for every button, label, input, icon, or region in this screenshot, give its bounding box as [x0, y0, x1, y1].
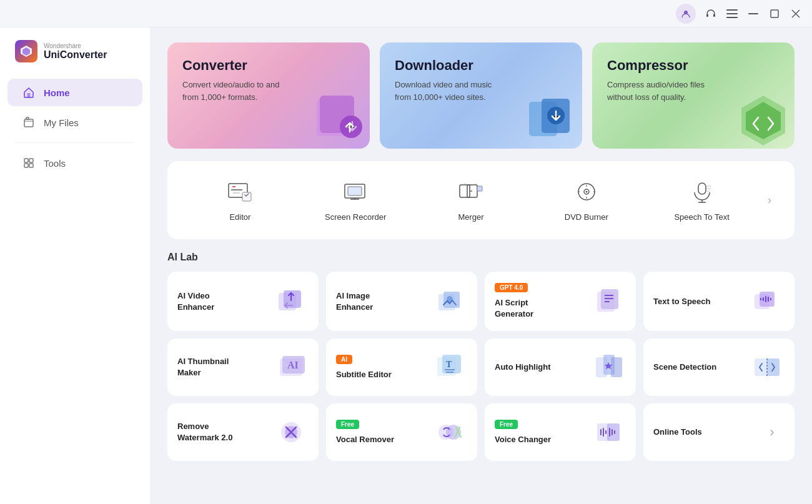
- svg-rect-70: [767, 358, 780, 376]
- text-to-speech-icon: [750, 284, 785, 319]
- auto-highlight-icon: [591, 350, 626, 385]
- svg-rect-43: [698, 183, 706, 194]
- tool-screen-recorder[interactable]: Screen Recorder: [298, 174, 413, 227]
- ai-card-image-enhancer[interactable]: AI ImageEnhancer: [326, 272, 477, 331]
- ai-image-enhancer-icon: [432, 284, 467, 319]
- hero-cards: Converter Convert video/audio to and fro…: [167, 42, 795, 149]
- close-button[interactable]: [790, 7, 802, 20]
- subtitle-editor-icon: T: [432, 350, 467, 385]
- hero-card-compressor[interactable]: Compressor Compress audio/video files wi…: [592, 42, 795, 149]
- logo-area: Wondershare UniConverter: [0, 40, 150, 77]
- tool-merger[interactable]: Merger: [413, 174, 529, 227]
- svg-rect-33: [348, 187, 362, 195]
- ai-card-auto-highlight[interactable]: Auto Highlight: [485, 338, 636, 396]
- ai-lab-section: AI Lab AI VideoEnhancer: [167, 252, 795, 461]
- menu-icon[interactable]: [726, 7, 738, 20]
- ai-card-script-generator[interactable]: GPT 4.0 AI ScriptGenerator: [485, 272, 636, 331]
- minimize-button[interactable]: [747, 7, 760, 20]
- ai-thumbnail-maker-icon: AI: [274, 350, 309, 385]
- svg-rect-69: [755, 358, 767, 376]
- svg-rect-31: [242, 192, 251, 201]
- tool-speech-to-text[interactable]: Speech To Text: [644, 174, 760, 227]
- vocal-remover-label: Vocal Remover: [336, 434, 394, 445]
- downloader-desc: Download video and music from 10,000+ vi…: [395, 79, 495, 103]
- ai-card-video-enhancer[interactable]: AI VideoEnhancer: [167, 272, 319, 331]
- profile-button[interactable]: [676, 4, 696, 24]
- ai-card-vocal-remover[interactable]: Free Vocal Remover: [326, 403, 477, 461]
- tools-row: Editor Screen Recorder: [167, 161, 795, 239]
- gpt-badge: GPT 4.0: [495, 283, 528, 292]
- maximize-button[interactable]: [768, 7, 781, 20]
- svg-rect-7: [771, 10, 778, 17]
- voice-changer-icon: [591, 415, 626, 450]
- ai-card-online-tools[interactable]: Online Tools ›: [643, 403, 795, 461]
- svg-rect-17: [24, 164, 28, 167]
- tool-editor[interactable]: Editor: [182, 174, 298, 227]
- svg-rect-16: [29, 159, 33, 162]
- tools-more-arrow[interactable]: ›: [760, 190, 780, 210]
- svg-rect-18: [29, 164, 33, 167]
- logo-text: Wondershare UniConverter: [44, 42, 107, 61]
- auto-highlight-label: Auto Highlight: [495, 362, 551, 373]
- nav-my-files-label: My Files: [44, 117, 79, 128]
- svg-rect-4: [726, 13, 738, 14]
- ai-card-text-to-speech[interactable]: Text to Speech: [643, 272, 795, 331]
- svg-rect-1: [706, 14, 708, 17]
- vocal-remover-icon: [432, 415, 467, 450]
- svg-rect-5: [726, 17, 738, 18]
- ai-lab-title: AI Lab: [167, 252, 795, 263]
- ai-lab-grid: AI VideoEnhancer AI ImageEnhan: [167, 272, 795, 461]
- free-badge-vocal: Free: [336, 420, 359, 429]
- ai-card-remove-watermark[interactable]: RemoveWatermark 2.0: [167, 403, 319, 461]
- svg-rect-57: [760, 292, 775, 307]
- ai-video-enhancer-label: AI VideoEnhancer: [177, 290, 214, 313]
- screen-recorder-label: Screen Recorder: [325, 212, 386, 222]
- ai-card-thumbnail-maker[interactable]: AI ThumbnailMaker AI: [167, 338, 319, 396]
- home-icon: [22, 86, 36, 99]
- nav-my-files[interactable]: My Files: [7, 109, 142, 136]
- speech-to-text-icon: [688, 179, 716, 206]
- ai-badge: AI: [336, 355, 352, 364]
- merger-icon: [457, 179, 485, 206]
- screen-recorder-icon: [342, 179, 369, 206]
- ai-card-subtitle-editor[interactable]: AI Subtitle Editor T: [326, 338, 477, 396]
- editor-icon: [226, 179, 254, 206]
- nav-home[interactable]: Home: [7, 79, 142, 106]
- titlebar: [0, 0, 812, 27]
- tools-icon: [22, 157, 36, 169]
- ai-card-voice-changer[interactable]: Free Voice Changer: [485, 403, 636, 461]
- svg-rect-13: [24, 119, 33, 127]
- main-content: Converter Convert video/audio to and fro…: [150, 27, 812, 504]
- dvd-burner-icon: [573, 179, 600, 206]
- ai-card-scene-detection[interactable]: Scene Detection: [643, 338, 795, 396]
- svg-rect-15: [24, 159, 28, 162]
- compressor-icon: [732, 92, 788, 149]
- nav-tools[interactable]: Tools: [7, 149, 142, 177]
- online-tools-arrow-icon: ›: [760, 424, 785, 440]
- hero-card-downloader[interactable]: Downloader Download video and music from…: [380, 42, 582, 149]
- files-icon: [22, 116, 36, 129]
- downloader-title: Downloader: [395, 57, 567, 74]
- svg-point-42: [585, 191, 587, 193]
- ai-video-enhancer-icon: [274, 284, 309, 319]
- scene-detection-label: Scene Detection: [653, 362, 716, 373]
- subtitle-editor-label: Subtitle Editor: [336, 369, 392, 380]
- speech-to-text-label: Speech To Text: [674, 212, 729, 222]
- svg-rect-68: [611, 357, 622, 377]
- ai-script-generator-icon: [591, 284, 626, 319]
- voice-changer-label: Voice Changer: [495, 434, 551, 445]
- sidebar-divider: [15, 142, 135, 143]
- free-badge-voice: Free: [495, 420, 518, 429]
- tool-dvd-burner[interactable]: DVD Burner: [528, 174, 644, 227]
- remove-watermark-icon: [274, 415, 309, 450]
- hero-card-converter[interactable]: Converter Convert video/audio to and fro…: [167, 42, 370, 149]
- app-logo: [15, 40, 37, 62]
- sidebar: Wondershare UniConverter Home My: [0, 27, 150, 504]
- headset-icon[interactable]: [705, 7, 717, 20]
- converter-desc: Convert video/audio to and from 1,000+ f…: [182, 79, 282, 103]
- svg-rect-14: [26, 117, 29, 119]
- text-to-speech-label: Text to Speech: [653, 296, 711, 307]
- merger-label: Merger: [458, 212, 483, 222]
- remove-watermark-label: RemoveWatermark 2.0: [177, 421, 232, 443]
- svg-rect-39: [477, 186, 482, 191]
